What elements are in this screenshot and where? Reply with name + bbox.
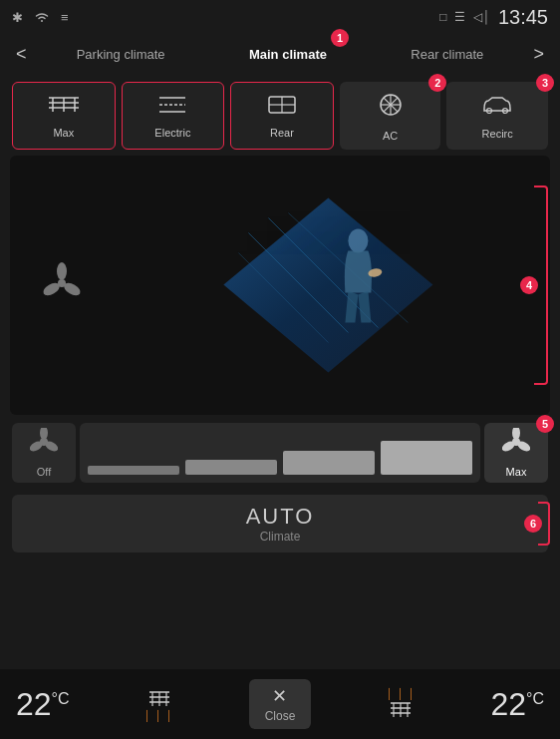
- recirc-icon: [480, 93, 514, 123]
- status-left: ✱ ≡: [12, 9, 69, 26]
- heat-left-icon: [145, 688, 173, 710]
- bottom-bar: 22 °C │ │ │ ✕ Close │ │ │ 22: [0, 669, 560, 739]
- heat-right-icon: [387, 699, 415, 721]
- badge-3: 3: [536, 74, 554, 92]
- clock: 13:45: [498, 6, 548, 29]
- electric-label: Electric: [154, 127, 190, 139]
- fan-off-label: Off: [37, 466, 51, 478]
- electric-icon: [155, 94, 189, 122]
- temp-left-unit: °C: [52, 690, 70, 708]
- bluetooth-icon: ✱: [12, 10, 23, 25]
- nav-bar: < Parking climate Main climate 1 Rear cl…: [0, 32, 560, 76]
- auto-wrapper: AUTO Climate 6: [0, 495, 560, 553]
- rear-label: Rear: [270, 127, 294, 139]
- fan-speed-bars[interactable]: [80, 423, 480, 483]
- close-x-icon: ✕: [272, 685, 287, 707]
- svg-point-25: [40, 428, 48, 440]
- hamburger-icon: ≡: [61, 10, 69, 25]
- heat-right[interactable]: │ │ │: [387, 688, 416, 721]
- ac-button[interactable]: 2 AC: [340, 82, 441, 150]
- fan-speed-wrapper: Off 5 Max: [0, 415, 560, 491]
- fan-left-icon: [38, 259, 86, 311]
- fan-off-button[interactable]: Off: [12, 423, 76, 483]
- svg-point-21: [57, 262, 67, 280]
- temp-right-value: 22: [490, 686, 526, 723]
- volume-icon: ◁│: [473, 10, 490, 24]
- temp-left-value: 22: [16, 686, 52, 723]
- temp-right-display: 22 °C: [490, 686, 544, 723]
- badge-4: 4: [520, 276, 538, 294]
- bars-icon: ☰: [454, 10, 465, 24]
- wifi-icon: [33, 9, 51, 26]
- ac-icon: [377, 91, 405, 125]
- visualization-area: 4: [10, 156, 550, 415]
- auto-climate-button[interactable]: AUTO Climate 6: [12, 495, 548, 553]
- max-button[interactable]: Max: [12, 82, 116, 150]
- recirc-button[interactable]: 3 Recirc: [446, 82, 548, 150]
- heat-left-dots: │ │ │: [144, 710, 173, 721]
- speed-bar-3: [283, 451, 375, 475]
- badge-2: 2: [428, 74, 446, 92]
- recirc-label: Recirc: [482, 128, 513, 140]
- rear-button[interactable]: Rear: [230, 82, 334, 150]
- nav-tabs: Parking climate Main climate 1 Rear clim…: [35, 43, 526, 66]
- status-right: □ ☰ ◁│ 13:45: [439, 6, 548, 29]
- close-button[interactable]: ✕ Close: [249, 679, 312, 729]
- heat-right-dots: │ │ │: [387, 688, 416, 699]
- fan-max-label: Max: [506, 466, 527, 478]
- max-icon: [47, 94, 81, 122]
- close-label: Close: [265, 709, 296, 723]
- right-bracket-area: 4: [534, 176, 548, 395]
- badge-1: 1: [331, 29, 349, 47]
- signal-icon: □: [439, 10, 446, 24]
- status-bar: ✱ ≡ □ ☰ ◁│ 13:45: [0, 0, 560, 32]
- nav-left-arrow[interactable]: <: [8, 44, 35, 65]
- tab-main-climate[interactable]: Main climate 1: [241, 43, 335, 66]
- badge-6: 6: [524, 515, 542, 533]
- tab-rear-climate[interactable]: Rear climate: [403, 43, 491, 66]
- fan-speed-row: Off 5 Max: [0, 415, 560, 491]
- rear-icon: [265, 94, 299, 122]
- controls-wrapper: Max Electric Rear: [0, 76, 560, 156]
- temp-left-display: 22 °C: [16, 686, 70, 723]
- electric-button[interactable]: Electric: [122, 82, 225, 150]
- svg-point-18: [348, 229, 368, 253]
- nav-right-arrow[interactable]: >: [525, 44, 552, 65]
- controls-row: Max Electric Rear: [0, 76, 560, 156]
- auto-label: AUTO: [246, 504, 315, 530]
- max-label: Max: [53, 127, 74, 139]
- ac-label: AC: [383, 130, 398, 142]
- fan-off-icon: [30, 428, 58, 462]
- temp-right-unit: °C: [526, 690, 544, 708]
- fan-max-button[interactable]: 5 Max: [484, 423, 548, 483]
- svg-marker-13: [223, 198, 432, 373]
- speed-bar-2: [185, 460, 277, 475]
- speed-bar-1: [88, 466, 179, 475]
- speed-bar-4: [381, 441, 472, 475]
- svg-point-29: [512, 428, 520, 440]
- badge-5: 5: [536, 415, 554, 433]
- tab-parking-climate[interactable]: Parking climate: [69, 43, 173, 66]
- fan-max-icon: [502, 428, 530, 462]
- heat-left[interactable]: │ │ │: [144, 688, 173, 721]
- auto-sublabel: Climate: [260, 530, 301, 544]
